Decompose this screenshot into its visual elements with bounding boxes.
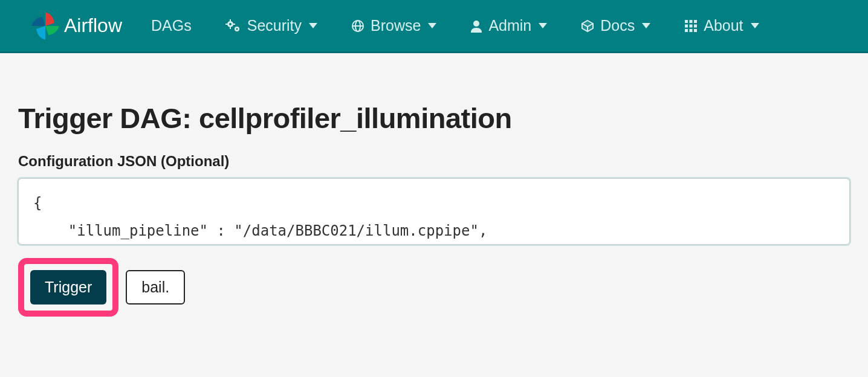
config-json-label: Configuration JSON (Optional) (18, 153, 850, 170)
nav-docs-label: Docs (600, 17, 635, 34)
svg-rect-3 (230, 27, 231, 29)
nav-items: DAGs Security (151, 17, 759, 34)
grid-icon (684, 19, 698, 33)
svg-rect-21 (694, 29, 697, 32)
nav-admin-label: Admin (488, 17, 531, 34)
caret-down-icon (539, 23, 547, 28)
trigger-highlight: Trigger (18, 258, 118, 317)
brand-link[interactable]: Airflow (30, 11, 122, 41)
svg-rect-18 (694, 24, 697, 27)
svg-rect-17 (690, 24, 693, 27)
gears-icon (225, 19, 241, 33)
svg-point-1 (229, 23, 232, 25)
button-row: Trigger bail. (18, 258, 850, 317)
svg-point-11 (473, 21, 479, 27)
cube-icon (581, 19, 594, 33)
brand-text: Airflow (64, 14, 122, 37)
svg-rect-15 (694, 20, 697, 23)
nav-security-label: Security (247, 17, 302, 34)
navbar: Airflow DAGs Security (0, 0, 868, 53)
page-title: Trigger DAG: cellprofiler_illumination (18, 102, 850, 135)
svg-rect-19 (685, 29, 688, 32)
nav-browse-label: Browse (371, 17, 421, 34)
svg-point-7 (236, 28, 238, 30)
nav-dags[interactable]: DAGs (151, 17, 192, 34)
main-content: Trigger DAG: cellprofiler_illumination C… (0, 53, 868, 341)
svg-rect-5 (233, 24, 235, 25)
nav-security[interactable]: Security (225, 17, 317, 34)
caret-down-icon (309, 23, 317, 28)
svg-rect-14 (690, 20, 693, 23)
trigger-button[interactable]: Trigger (30, 270, 106, 304)
nav-about[interactable]: About (684, 17, 759, 34)
nav-admin[interactable]: Admin (470, 17, 547, 34)
caret-down-icon (642, 23, 650, 28)
nav-browse[interactable]: Browse (351, 17, 436, 34)
user-icon (470, 19, 482, 33)
caret-down-icon (751, 23, 759, 28)
airflow-logo-icon (30, 11, 60, 41)
svg-rect-20 (690, 29, 693, 32)
svg-rect-13 (685, 20, 688, 23)
nav-about-label: About (704, 17, 743, 34)
config-json-textarea[interactable] (18, 178, 850, 245)
svg-rect-16 (685, 24, 688, 27)
nav-dags-label: DAGs (151, 17, 192, 34)
nav-docs[interactable]: Docs (581, 17, 650, 34)
globe-icon (351, 19, 364, 33)
svg-rect-2 (230, 19, 231, 21)
svg-rect-4 (225, 24, 227, 25)
cancel-button[interactable]: bail. (126, 270, 185, 304)
caret-down-icon (428, 23, 436, 28)
